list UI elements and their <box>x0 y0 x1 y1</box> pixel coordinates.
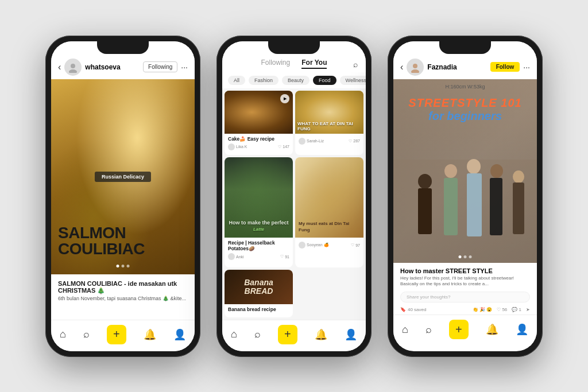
phone1-hero-image: Russian Delicacy SALMON COULIBIAC <box>51 79 195 274</box>
tab-for-you[interactable]: For You <box>301 57 327 69</box>
create-button[interactable]: + <box>107 325 126 344</box>
card-3-overlay: How to make the perfectLatte <box>228 220 289 233</box>
card-1-meta: Lika K ♡ 147 <box>228 143 289 150</box>
card-1-author: Lika K <box>228 143 247 150</box>
svg-rect-8 <box>444 178 458 235</box>
phone-2-screen: Following For You ⌕ All Fashion Beauty F… <box>222 41 366 351</box>
notch-3 <box>439 41 491 54</box>
card-1-title: Cake🍰 Easy recipe <box>228 136 289 142</box>
svg-rect-14 <box>513 183 524 234</box>
bookmark-icon: 🔖 <box>400 307 406 312</box>
create-button[interactable]: + <box>278 325 297 344</box>
bell-icon[interactable]: 🔔 <box>144 328 156 341</box>
search-icon[interactable]: ⌕ <box>353 60 358 69</box>
play-icon: ▶ <box>280 94 289 103</box>
card-2-meta: Sarah-Liz ♡ 287 <box>299 138 360 145</box>
search-icon[interactable]: ⌕ <box>254 328 261 340</box>
saved-badge: 🔖 40 saved <box>400 307 426 312</box>
profile-icon[interactable]: 👤 <box>345 328 357 341</box>
phone-3-screen: ‹ Faznadia Follow ··· <box>393 41 537 351</box>
avatar <box>64 59 82 76</box>
author-avatar-4 <box>299 242 305 249</box>
author-avatar <box>228 143 235 150</box>
svg-rect-6 <box>418 188 432 234</box>
card-2-likes: ♡ 287 <box>349 139 360 143</box>
grid-card-4[interactable]: My must eats at Din Tai Fung Sooyean 🍊 ♡… <box>295 157 363 267</box>
hero-dot-2 <box>464 255 467 258</box>
caption-title-3: How to master STREET STYLE <box>400 267 530 274</box>
back-button-3[interactable]: ‹ <box>400 62 403 72</box>
pill-all[interactable]: All <box>228 76 245 85</box>
card-1-info: Cake🍰 Easy recipe Lika K ♡ 147 <box>225 134 293 153</box>
phone3-hero: STREETSTYLE 101 for beginners H:160cm W:… <box>393 79 537 263</box>
thoughts-input[interactable]: Share your thoughts? <box>400 292 530 302</box>
card-3-info: Recipe | Hasselback Potatoes🥔 Anki ♡ 91 <box>225 238 293 262</box>
svg-point-13 <box>513 170 524 183</box>
category-pills: All Fashion Beauty Food Wellness Travel <box>222 72 366 88</box>
tab-following[interactable]: Following <box>261 57 291 69</box>
pill-food[interactable]: Food <box>313 76 336 85</box>
people-scene <box>393 114 537 263</box>
image-dots <box>117 265 130 267</box>
avatar-3 <box>407 59 424 76</box>
phone3-nav: ⌂ ⌕ + 🔔 👤 <box>393 315 537 346</box>
phone-1: ‹ whatsoeva Following ··· Russian Delica… <box>45 36 200 357</box>
comments-count[interactable]: 💬 1 <box>512 307 521 312</box>
username-3: Faznadia <box>427 63 486 71</box>
card-4-meta: Sooyean 🍊 ♡ 97 <box>299 242 360 249</box>
grid-card-5[interactable]: BananaBREAD Banana bread recipe <box>225 270 293 317</box>
phone3-actions: 🔖 40 saved 👏 🎉 😮 ♡ 56 💬 1 ➤ <box>393 305 537 315</box>
streetstyle-title: STREETSTYLE 101 for beginners <box>399 96 531 123</box>
svg-point-3 <box>411 69 419 73</box>
salmon-title: SALMON COULIBIAC <box>58 225 188 257</box>
caption-text-3: Hey ladies! For this post, I'll be talki… <box>400 275 530 288</box>
back-button[interactable]: ‹ <box>58 62 61 72</box>
follow-button[interactable]: Follow <box>490 62 520 72</box>
author-avatar-3 <box>228 253 235 260</box>
phone-3: ‹ Faznadia Follow ··· <box>388 36 543 357</box>
svg-rect-10 <box>467 173 482 236</box>
card-2-author: Sarah-Liz <box>299 138 324 145</box>
svg-point-2 <box>413 64 417 68</box>
card-4-info: Sooyean 🍊 ♡ 97 <box>295 238 363 251</box>
emoji-reactions: 👏 🎉 😮 <box>473 307 492 312</box>
phone1-content: Russian Delicacy SALMON COULIBIAC SALMON… <box>51 79 195 320</box>
card-4-likes: ♡ 97 <box>351 243 360 247</box>
share-button[interactable]: ➤ <box>526 307 530 312</box>
search-icon[interactable]: ⌕ <box>83 328 90 340</box>
grid-card-2[interactable]: WHAT TO EAT AT DIN TAI FUNG Sarah-Liz ♡ … <box>295 91 363 156</box>
phone1-caption: SALMON COULIBIAC - ide masakan utk CHRIS… <box>51 274 195 304</box>
card-1-likes: ♡ 147 <box>278 145 289 149</box>
home-icon[interactable]: ⌂ <box>60 328 66 340</box>
card-3-author: Anki <box>228 253 244 260</box>
phone1-nav: ⌂ ⌕ + 🔔 👤 <box>51 320 195 351</box>
search-icon-3[interactable]: ⌕ <box>425 324 432 336</box>
hero-dot-3 <box>469 255 472 258</box>
phone2-nav: ⌂ ⌕ + 🔔 👤 <box>222 320 366 351</box>
content-grid: ▶ Cake🍰 Easy recipe Lika K ♡ 147 <box>222 88 366 320</box>
profile-icon-3[interactable]: 👤 <box>516 323 528 336</box>
home-icon-3[interactable]: ⌂ <box>402 324 408 336</box>
bell-icon[interactable]: 🔔 <box>315 328 327 341</box>
bell-icon-3[interactable]: 🔔 <box>486 323 498 336</box>
svg-point-9 <box>467 159 481 174</box>
grid-card-1[interactable]: ▶ Cake🍰 Easy recipe Lika K ♡ 147 <box>225 91 293 156</box>
height-tag: H:160cm W:53kg <box>446 84 485 90</box>
create-button-3[interactable]: + <box>449 320 469 339</box>
pill-fashion[interactable]: Fashion <box>249 76 278 85</box>
street-line2: for beginners <box>399 110 531 123</box>
card-3-title: Recipe | Hasselback Potatoes🥔 <box>228 240 289 251</box>
more-button[interactable]: ··· <box>181 63 188 72</box>
likes-count[interactable]: ♡ 56 <box>497 307 507 312</box>
home-icon[interactable]: ⌂ <box>231 328 237 340</box>
svg-point-5 <box>418 174 432 189</box>
grid-card-3[interactable]: How to make the perfectLatte Recipe | Ha… <box>225 157 293 267</box>
more-button-3[interactable]: ··· <box>523 63 530 72</box>
dot-3 <box>127 265 130 267</box>
pill-wellness[interactable]: Wellness <box>340 76 366 85</box>
pill-beauty[interactable]: Beauty <box>282 76 310 85</box>
russian-delicacy-tag: Russian Delicacy <box>95 172 151 182</box>
card-3-likes: ♡ 91 <box>280 254 289 259</box>
profile-icon[interactable]: 👤 <box>173 328 186 341</box>
following-badge[interactable]: Following <box>143 61 177 72</box>
